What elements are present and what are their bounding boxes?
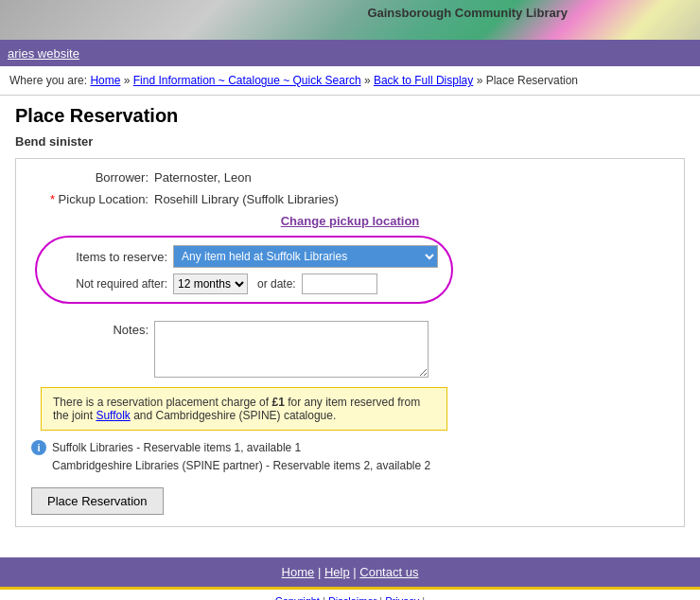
footer-home-link[interactable]: Home: [282, 565, 315, 579]
notes-textarea[interactable]: [154, 321, 429, 378]
notes-label: Notes:: [31, 321, 154, 337]
not-required-label: Not required after:: [50, 277, 173, 291]
footer-privacy-link[interactable]: Privacy: [385, 595, 419, 600]
cambridge-availability: Cambridgeshire Libraries (SPINE partner)…: [52, 459, 430, 472]
book-title: Bend sinister: [15, 134, 685, 149]
breadcrumb-back-to-full[interactable]: Back to Full Display: [374, 74, 473, 87]
breadcrumb-home[interactable]: Home: [90, 74, 120, 87]
items-reserve-row: Items to reserve: Any item held at Suffo…: [50, 245, 438, 268]
pickup-row: Pickup Location: Rosehill Library (Suffo…: [31, 192, 669, 206]
months-select[interactable]: 12 months: [173, 274, 248, 294]
breadcrumb-find-info[interactable]: Find Information ~ Catalogue ~ Quick Sea…: [133, 74, 361, 87]
footer-help-link[interactable]: Help: [324, 565, 350, 579]
info-box: There is a reservation placement charge …: [41, 387, 447, 431]
footer-contact-link[interactable]: Contact us: [359, 565, 418, 579]
borrower-label: Borrower:: [31, 170, 154, 185]
footer-disclaimer-link[interactable]: Disclaimer: [328, 595, 376, 600]
footer-sub: Copyright | Disclaimer | Privacy | © Suf…: [0, 587, 700, 600]
info-icon-suffolk: i: [31, 440, 46, 455]
reservation-form-box: Borrower: Paternoster, Leon Pickup Locat…: [15, 158, 685, 527]
items-reserve-label: Items to reserve:: [50, 250, 173, 264]
availability-section: i Suffolk Libraries - Reservable items 1…: [31, 440, 669, 472]
main-content: Place Reservation Bend sinister Borrower…: [0, 96, 700, 548]
page-title: Place Reservation: [15, 105, 685, 127]
pickup-label: Pickup Location:: [31, 192, 154, 206]
footer-sep1: |: [318, 565, 324, 579]
change-pickup-row: Change pickup location: [31, 214, 669, 228]
place-reservation-button[interactable]: Place Reservation: [31, 487, 164, 515]
borrower-value: Paternoster, Leon: [154, 170, 252, 185]
site-link[interactable]: aries website: [8, 46, 79, 61]
cambridge-availability-row: Cambridgeshire Libraries (SPINE partner)…: [31, 459, 669, 472]
suffolk-link[interactable]: Suffolk: [96, 409, 130, 422]
footer-copyright-link[interactable]: Copyright: [275, 595, 320, 600]
oval-highlight: Items to reserve: Any item held at Suffo…: [35, 236, 453, 304]
pickup-value: Rosehill Library (Suffolk Libraries): [154, 192, 339, 206]
header-banner: [0, 0, 700, 40]
borrower-row: Borrower: Paternoster, Leon: [31, 170, 669, 185]
suffolk-availability-row: i Suffolk Libraries - Reservable items 1…: [31, 440, 669, 455]
items-reserve-select[interactable]: Any item held at Suffolk Libraries: [173, 245, 438, 268]
date-input[interactable]: [302, 274, 377, 294]
or-date-text: or date:: [257, 277, 296, 291]
breadcrumb: Where you are: Home » Find Information ~…: [0, 66, 700, 96]
footer-main: Home | Help | Contact us: [0, 557, 700, 587]
not-required-row: Not required after: 12 months or date:: [50, 274, 438, 294]
nav-bar: aries website: [0, 40, 700, 66]
breadcrumb-prefix: Where you are:: [9, 74, 87, 87]
change-pickup-link[interactable]: Change pickup location: [281, 214, 420, 228]
notes-row: Notes:: [31, 321, 669, 378]
breadcrumb-current: Place Reservation: [486, 74, 578, 87]
info-box-text: There is a reservation placement charge …: [53, 396, 420, 422]
suffolk-availability: Suffolk Libraries - Reservable items 1, …: [52, 441, 301, 454]
